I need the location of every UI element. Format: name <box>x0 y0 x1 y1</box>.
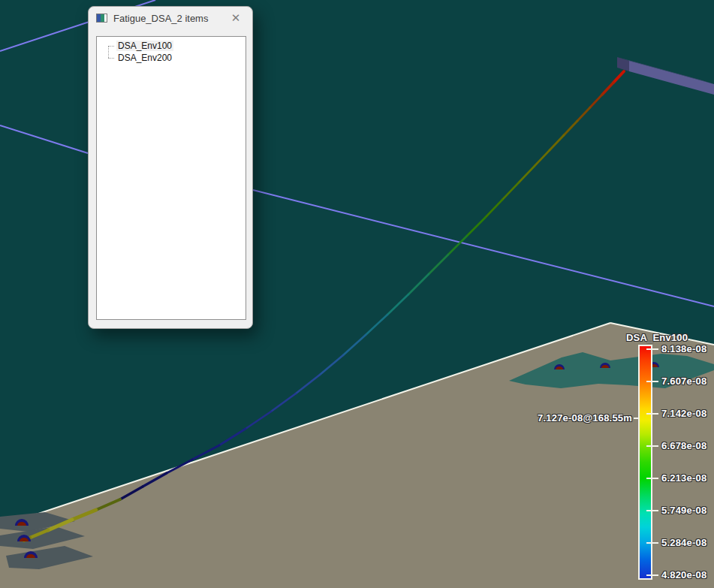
window-title: Fatigue_DSA_2 items <box>113 13 225 24</box>
legend-tick-label: 5.284e-08 <box>661 537 706 548</box>
legend-tick-mark <box>646 381 658 382</box>
list-item-dsa-env200[interactable]: DSA_Env200 <box>97 52 246 64</box>
annotation-tick-mark <box>634 418 640 419</box>
legend-tick-label: 4.820e-08 <box>661 569 706 580</box>
fatigue-results-window[interactable]: Fatigue_DSA_2 items ✕ DSA_Env100 DSA_Env… <box>88 6 253 329</box>
legend-title: DSA_Env100 <box>626 332 688 343</box>
legend-tick-label: 5.749e-08 <box>661 505 706 516</box>
close-icon[interactable]: ✕ <box>225 9 246 27</box>
results-tree: DSA_Env100 DSA_Env200 <box>97 37 246 64</box>
legend-tick-mark <box>646 574 658 576</box>
list-item-dsa-env100[interactable]: DSA_Env100 <box>97 40 246 52</box>
application-stage: DSA_Env100 8.138e-08 7.607e-08 7.142e-08… <box>0 0 714 588</box>
window-app-icon <box>96 14 107 23</box>
legend-tick-label: 6.213e-08 <box>661 472 706 484</box>
legend-tick-label: 7.607e-08 <box>661 375 706 387</box>
legend-tick-mark <box>646 478 658 479</box>
max-value-annotation: 7.127e-08@168.55m <box>481 412 632 424</box>
legend-tick-label: 8.138e-08 <box>661 343 706 354</box>
legend-tick-mark <box>646 445 658 447</box>
legend-tick-mark <box>646 510 658 511</box>
legend-tick-mark <box>646 348 658 350</box>
legend-tick-mark <box>646 413 658 415</box>
window-titlebar[interactable]: Fatigue_DSA_2 items ✕ <box>89 7 252 29</box>
legend-tick-label: 6.678e-08 <box>661 440 706 451</box>
legend-tick-label: 7.142e-08 <box>661 408 706 419</box>
legend-color-bar <box>638 345 652 580</box>
legend-tick-mark <box>646 542 658 544</box>
results-list-box[interactable]: DSA_Env100 DSA_Env200 <box>96 36 246 320</box>
list-item-label[interactable]: DSA_Env100 <box>116 41 173 51</box>
list-item-label[interactable]: DSA_Env200 <box>116 53 173 63</box>
